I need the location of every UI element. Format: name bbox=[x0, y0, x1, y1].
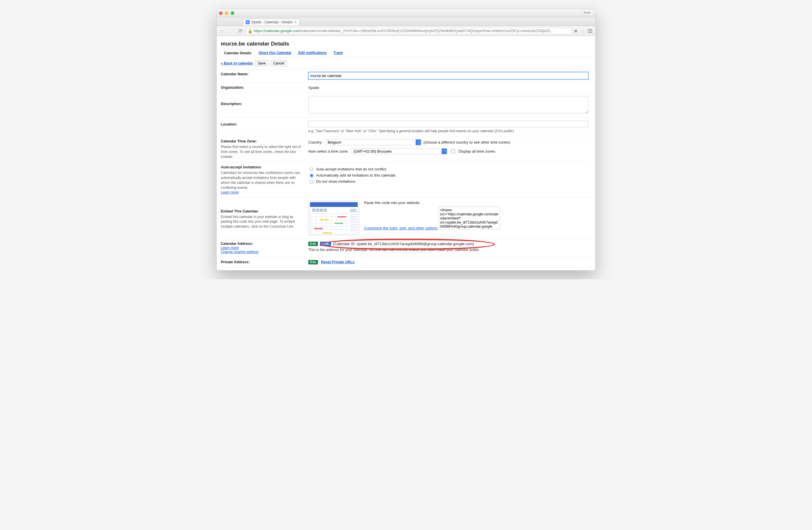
radio-add-all[interactable] bbox=[310, 174, 314, 178]
tab-share-calendar[interactable]: Share this Calendar bbox=[256, 49, 294, 57]
label-calendar-name: Calendar Name: bbox=[221, 72, 248, 76]
location-input[interactable] bbox=[308, 121, 588, 127]
tab-share-link[interactable]: Share this Calendar bbox=[259, 51, 292, 55]
window-controls bbox=[219, 11, 234, 15]
embed-subtext: Embed this calendar in your website or b… bbox=[221, 214, 304, 229]
radio-add-all-label: Automatically add all invitations to thi… bbox=[316, 173, 396, 178]
display-all-timezones-label: Display all time zones bbox=[459, 149, 495, 154]
browser-tab[interactable]: 9 Spatie - Calendar - Details × bbox=[243, 18, 300, 26]
forward-button-icon[interactable]: → bbox=[229, 28, 234, 34]
close-window-button[interactable] bbox=[219, 11, 222, 15]
back-button-icon[interactable]: ← bbox=[220, 28, 225, 34]
label-organization: Organization: bbox=[221, 85, 244, 89]
browser-window: freek 9 Spatie - Calendar - Details × ← … bbox=[216, 9, 596, 270]
url-path: /calendar/render#details_2%7Cdtv-c3BhdGl… bbox=[300, 29, 550, 33]
tab-edit-notifications[interactable]: Edit notifications bbox=[295, 49, 330, 57]
radio-no-conflict[interactable] bbox=[310, 168, 314, 171]
toolbar-right: ◈ ☆ bbox=[574, 28, 592, 33]
auto-accept-learn-more-link[interactable]: Learn more bbox=[221, 190, 238, 194]
lock-icon: 🔒 bbox=[248, 29, 252, 33]
page-content: murze.be calendar Details Calendar Detai… bbox=[217, 36, 595, 270]
calendar-name-input[interactable] bbox=[308, 72, 588, 79]
extension-icon[interactable]: ◈ bbox=[573, 28, 579, 34]
auto-accept-subtext: Calendars for resources like conference … bbox=[221, 170, 304, 190]
tab-calendar-details[interactable]: Calendar Details bbox=[221, 49, 255, 57]
html-badge[interactable]: HTML bbox=[320, 242, 331, 246]
calendar-id-text: (Calendar ID: spatie.be_dt713dct1ofv5r7a… bbox=[333, 242, 474, 246]
radio-do-not-show-label: Do not show invitations. bbox=[316, 179, 356, 184]
nav-buttons: ← → ⟳ bbox=[220, 28, 243, 34]
tab-title: Spatie - Calendar - Details bbox=[251, 20, 292, 24]
embed-code-textarea[interactable]: <iframe src="https://calendar.google.com… bbox=[439, 207, 500, 229]
reload-button-icon[interactable]: ⟳ bbox=[238, 28, 243, 34]
cancel-button[interactable]: Cancel bbox=[270, 60, 287, 67]
close-tab-icon[interactable]: × bbox=[294, 20, 296, 24]
timezone-select-label: Now select a time zone: bbox=[308, 149, 349, 154]
timezone-select[interactable]: (GMT+02:00) Brussels bbox=[351, 148, 447, 154]
change-sharing-settings-link[interactable]: Change sharing settings bbox=[221, 250, 258, 254]
tab-favicon: 9 bbox=[246, 20, 250, 24]
back-to-calendar-link[interactable]: « Back to calendar bbox=[221, 61, 253, 65]
browser-toolbar: ← → ⟳ 🔒 https://calendar.google.com/cale… bbox=[217, 26, 595, 36]
description-input[interactable] bbox=[308, 96, 588, 113]
url-host: ://calendar.google.com bbox=[262, 29, 300, 33]
timezone-subtext: Please first select a country to select … bbox=[221, 144, 304, 159]
address-bar[interactable]: 🔒 https://calendar.google.com/calendar/r… bbox=[246, 28, 571, 34]
tab-notifications-link[interactable]: Edit notifications bbox=[299, 51, 327, 55]
country-label: Country: bbox=[308, 140, 323, 144]
browser-tabstrip: 9 Spatie - Calendar - Details × bbox=[217, 17, 595, 26]
radio-opt-add-all[interactable]: Automatically add all invitations to thi… bbox=[308, 173, 591, 178]
label-location: Location: bbox=[221, 122, 237, 126]
radio-no-conflict-label: Auto-accept invitations that do not conf… bbox=[316, 167, 387, 171]
window-titlebar: freek bbox=[217, 9, 595, 17]
location-hint: e.g. "San Francisco" or "New York" or "U… bbox=[308, 129, 591, 133]
row-calendar-name: Calendar Name: bbox=[221, 69, 591, 83]
organization-value: Spatie bbox=[308, 85, 319, 90]
label-private-address: Private Address: bbox=[221, 260, 250, 264]
row-embed: Embed This Calendar Embed this calendar … bbox=[221, 198, 591, 239]
row-timezone: Calendar Time Zone: Please first select … bbox=[221, 136, 591, 162]
country-select[interactable]: Belgium bbox=[325, 139, 421, 145]
embed-customize-link[interactable]: Customize the color, size, and other opt… bbox=[364, 226, 437, 230]
row-private-address: Private Address: ICAL Reset Private URLs bbox=[221, 257, 591, 264]
calendar-address-desc: This is the address for your calendar. N… bbox=[308, 248, 591, 252]
zoom-window-button[interactable] bbox=[231, 11, 234, 15]
embed-preview-thumbnail bbox=[308, 200, 359, 236]
radio-opt-do-not-show[interactable]: Do not show invitations. bbox=[308, 179, 591, 184]
url-scheme: https bbox=[254, 29, 262, 33]
tab-trash[interactable]: Trash bbox=[331, 49, 346, 57]
label-description: Description: bbox=[221, 102, 242, 106]
bookmark-star-icon[interactable]: ☆ bbox=[581, 28, 585, 33]
address-learn-more-link[interactable]: Learn more bbox=[221, 246, 238, 250]
tab-trash-link[interactable]: Trash bbox=[334, 51, 343, 55]
label-timezone: Calendar Time Zone: bbox=[221, 139, 257, 143]
minimize-window-button[interactable] bbox=[225, 11, 228, 15]
label-embed: Embed This Calendar bbox=[221, 209, 258, 213]
display-all-timezones-checkbox[interactable] bbox=[451, 150, 455, 153]
row-auto-accept: Auto-accept invitations Calendars for re… bbox=[221, 162, 591, 197]
row-calendar-address: Calendar Address: Learn more Change shar… bbox=[221, 239, 591, 257]
ical-badge[interactable]: ICAL bbox=[308, 242, 318, 246]
profile-badge[interactable]: freek bbox=[582, 10, 593, 15]
reset-private-urls-link[interactable]: Reset Private URLs bbox=[321, 260, 354, 264]
label-calendar-address: Calendar Address: bbox=[221, 242, 253, 246]
country-hint: (choose a different country to see other… bbox=[423, 140, 510, 144]
radio-opt-no-conflict[interactable]: Auto-accept invitations that do not conf… bbox=[308, 167, 591, 171]
private-ical-badge[interactable]: ICAL bbox=[308, 260, 318, 264]
menu-icon[interactable] bbox=[588, 29, 592, 33]
label-auto-accept: Auto-accept invitations bbox=[221, 165, 261, 169]
url-ellipsis: … bbox=[550, 29, 554, 33]
radio-do-not-show[interactable] bbox=[310, 180, 314, 184]
page-title: murze.be calendar Details bbox=[221, 41, 591, 47]
row-location: Location: e.g. "San Francisco" or "New Y… bbox=[221, 117, 591, 136]
action-row: « Back to calendar Save Cancel bbox=[221, 58, 591, 69]
row-description: Description: bbox=[221, 93, 591, 117]
settings-tabs: Calendar Details Share this Calendar Edi… bbox=[221, 49, 591, 57]
embed-paste-hint: Paste this code into your website. bbox=[364, 200, 591, 205]
save-button[interactable]: Save bbox=[255, 60, 268, 67]
row-organization: Organization: Spatie bbox=[221, 83, 591, 93]
